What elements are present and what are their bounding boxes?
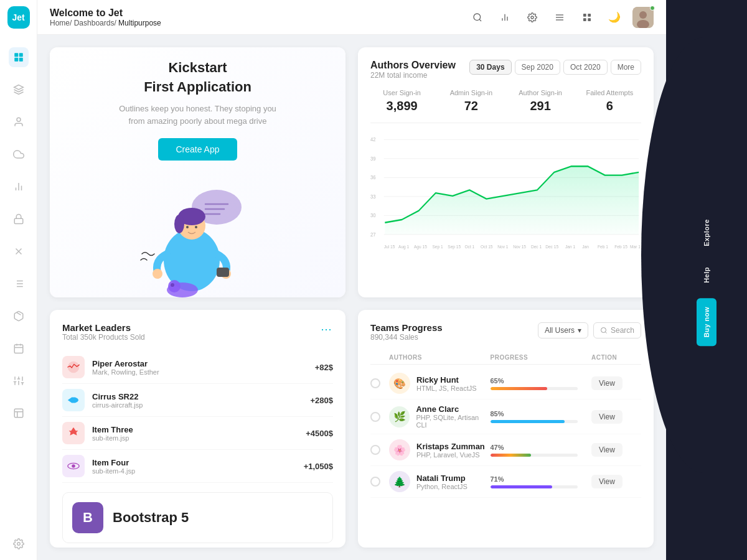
market-header: Market Leaders Total 350k Products Sold …: [62, 322, 333, 342]
avatar-wrapper[interactable]: [632, 7, 654, 28]
team-checkbox[interactable]: [370, 412, 380, 422]
team-row: 🎨 Ricky Hunt HTML, JS, ReactJS 65% View: [370, 368, 641, 399]
teams-filters: All Users ▾ Search: [538, 322, 641, 338]
sidebar-item-grid[interactable]: [9, 47, 29, 67]
svg-text:Sep 1: Sep 1: [432, 243, 443, 250]
svg-point-62: [195, 226, 197, 228]
svg-point-61: [186, 226, 189, 228]
logo-text: Jet: [12, 12, 24, 22]
svg-text:Oct 1: Oct 1: [464, 243, 474, 250]
market-value-2: +280$: [310, 396, 333, 405]
market-options[interactable]: ⋯: [321, 322, 333, 336]
create-app-button[interactable]: Create App: [158, 138, 237, 161]
chart-svg: 42 39 36 33 30 27: [370, 133, 641, 257]
buy-now-button[interactable]: Buy now: [697, 298, 716, 346]
all-users-filter[interactable]: All Users ▾: [538, 322, 588, 338]
sidebar-item-layout[interactable]: [9, 403, 29, 423]
search-button[interactable]: [468, 8, 487, 27]
stat-user-signin: User Sign-in 3,899: [370, 89, 433, 113]
market-name-1: Piper Aerostar: [92, 359, 308, 368]
tab-30days[interactable]: 30 Days: [469, 60, 511, 75]
view-button-4[interactable]: View: [591, 475, 622, 488]
market-value-4: +1,050$: [304, 462, 333, 471]
svg-rect-1: [19, 53, 22, 57]
view-button-2[interactable]: View: [591, 410, 622, 424]
svg-text:Aug 1: Aug 1: [398, 243, 409, 250]
svg-rect-65: [217, 268, 229, 277]
market-item: Item Four sub-item-4.jsp +1,050$: [62, 450, 333, 483]
market-icon-1: [62, 356, 85, 378]
stat-admin-signin: Admin Sign-in 72: [439, 89, 502, 113]
progress-bar-3: [491, 454, 532, 457]
help-button[interactable]: Help: [697, 258, 716, 292]
sidebar-item-chart[interactable]: [9, 177, 29, 197]
svg-text:Sep 15: Sep 15: [448, 243, 461, 250]
stats-row: User Sign-in 3,899 Admin Sign-in 72 Auth…: [370, 89, 641, 123]
svg-point-41: [531, 16, 533, 19]
sidebar-item-settings[interactable]: [9, 534, 29, 554]
tab-more[interactable]: More: [611, 60, 641, 75]
teams-search[interactable]: Search: [593, 322, 641, 338]
sidebar-item-layers[interactable]: [9, 80, 29, 100]
right-panel: Explore Help Buy now: [666, 0, 747, 560]
sidebar-item-cloud[interactable]: [9, 144, 29, 164]
market-leaders-card: Market Leaders Total 350k Products Sold …: [50, 310, 345, 548]
topbar: Welcome to Jet Home/ Dashboards/ Multipu…: [37, 0, 666, 35]
team-row: 🌿 Anne Clarc PHP, SQLite, Artisan CLI 85…: [370, 399, 641, 434]
svg-rect-48: [588, 18, 591, 21]
menu-button[interactable]: [550, 8, 569, 27]
svg-text:Oct 15: Oct 15: [481, 243, 492, 250]
sidebar-item-sliders[interactable]: [9, 371, 29, 391]
svg-text:36: 36: [370, 174, 376, 180]
sidebar: Jet: [0, 0, 37, 560]
tab-sep2020[interactable]: Sep 2020: [515, 60, 560, 75]
team-avatar-3: 🌸: [389, 439, 410, 460]
tab-oct2020[interactable]: Oct 2020: [563, 60, 608, 75]
chart-button[interactable]: [496, 8, 514, 27]
dark-mode-toggle[interactable]: 🌙: [605, 8, 624, 27]
sidebar-item-close[interactable]: [9, 241, 29, 261]
svg-text:Nov 15: Nov 15: [513, 243, 526, 250]
grid-view-button[interactable]: [578, 8, 596, 27]
sidebar-item-person[interactable]: [9, 112, 29, 132]
svg-text:33: 33: [370, 193, 376, 200]
svg-text:Nov 1: Nov 1: [497, 243, 508, 250]
view-button-3[interactable]: View: [591, 443, 622, 457]
teams-progress-card: Teams Progress 890,344 Sales All Users ▾…: [358, 310, 654, 548]
svg-point-99: [72, 464, 75, 468]
teams-subtitle: 890,344 Sales: [370, 333, 443, 342]
breadcrumb: Home/ Dashboards/ Multipurpose: [50, 19, 462, 27]
view-button-1[interactable]: View: [591, 376, 622, 390]
svg-point-50: [639, 11, 647, 19]
sidebar-item-list[interactable]: [9, 274, 29, 294]
team-checkbox[interactable]: [370, 445, 380, 455]
kickstart-title-1: Kickstart: [168, 60, 227, 76]
market-name-3: Item Three: [92, 425, 298, 434]
svg-rect-9: [14, 218, 23, 223]
svg-line-101: [605, 332, 606, 333]
svg-text:Jul 15: Jul 15: [384, 243, 395, 250]
svg-rect-32: [14, 409, 23, 418]
team-checkbox[interactable]: [370, 477, 380, 487]
kickstart-card: Kickstart First Application Outlines kee…: [50, 47, 345, 297]
svg-text:Feb 1: Feb 1: [598, 243, 608, 250]
logo[interactable]: Jet: [7, 6, 30, 29]
sidebar-item-lock[interactable]: [9, 209, 29, 229]
market-icon-3: [62, 422, 85, 444]
sidebar-item-calendar[interactable]: [9, 338, 29, 358]
team-avatar-1: 🎨: [389, 373, 410, 394]
sidebar-item-package[interactable]: [9, 306, 29, 326]
kickstart-illustration: [129, 179, 266, 297]
market-title: Market Leaders: [62, 322, 145, 333]
svg-text:Mar 1: Mar 1: [630, 243, 641, 250]
team-checkbox[interactable]: [370, 378, 380, 388]
svg-text:Feb 15: Feb 15: [614, 243, 627, 250]
online-indicator: [650, 6, 655, 11]
svg-point-60: [174, 215, 184, 233]
explore-button[interactable]: Explore: [697, 210, 716, 255]
team-avatar-4: 🌲: [389, 471, 410, 492]
svg-line-18: [16, 312, 21, 315]
teams-table-header: AUTHORS PROGRESS ACTION: [370, 351, 641, 365]
team-avatar-2: 🌿: [389, 406, 410, 427]
settings-button[interactable]: [523, 8, 542, 27]
